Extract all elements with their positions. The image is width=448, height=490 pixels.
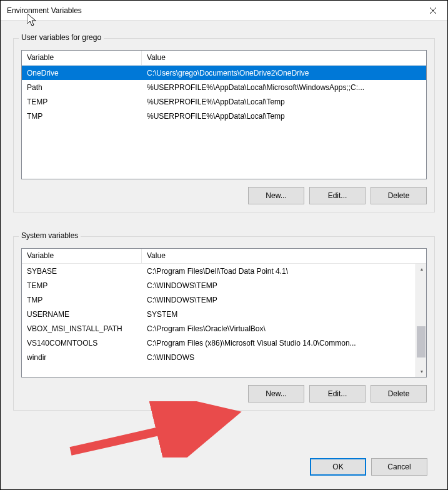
user-vars-label: User variables for grego (19, 33, 104, 42)
table-row[interactable]: SYBASEC:\Program Files\Dell\Toad Data Po… (22, 264, 426, 278)
window-title: Environment Variables (7, 6, 82, 15)
cell-value: C:\Program Files (x86)\Microsoft Visual … (142, 337, 426, 349)
table-row[interactable]: VBOX_MSI_INSTALL_PATHC:\Program Files\Or… (22, 321, 426, 336)
system-vars-group: System variables Variable Value SYBASEC:… (13, 236, 435, 411)
cell-variable: USERNAME (22, 308, 142, 321)
cell-value: C:\Program Files\Dell\Toad Data Point 4.… (142, 265, 426, 278)
user-vars-group: User variables for grego Variable Value … (13, 38, 435, 212)
close-button[interactable] (419, 1, 447, 21)
scroll-up-icon[interactable]: ▴ (416, 264, 427, 274)
table-row[interactable]: Path%USERPROFILE%\AppData\Local\Microsof… (22, 80, 426, 94)
table-row[interactable]: USERNAMESYSTEM (22, 307, 426, 321)
cell-variable: OneDrive (22, 67, 142, 79)
system-vars-buttons: New... Edit... Delete (21, 385, 427, 402)
system-edit-button[interactable]: Edit... (309, 385, 366, 402)
table-row[interactable]: TMPC:\WINDOWS\TEMP (22, 292, 426, 307)
col-header-variable[interactable]: Variable (22, 51, 142, 65)
list-header: Variable Value (22, 51, 426, 66)
user-edit-button[interactable]: Edit... (309, 187, 366, 204)
cell-variable: TMP (22, 294, 142, 306)
user-new-button[interactable]: New... (248, 187, 304, 204)
system-delete-button[interactable]: Delete (371, 385, 427, 402)
titlebar: Environment Variables (1, 1, 447, 21)
user-vars-buttons: New... Edit... Delete (21, 187, 427, 204)
ok-button[interactable]: OK (310, 458, 366, 476)
cell-variable: TEMP (22, 279, 142, 292)
scrollbar[interactable]: ▴ ▾ (416, 264, 426, 377)
cell-value: C:\Program Files\Oracle\VirtualBox\ (142, 322, 426, 335)
scrollbar-thumb[interactable] (417, 326, 426, 358)
user-vars-list[interactable]: Variable Value OneDriveC:\Users\grego\Do… (21, 50, 427, 179)
cell-value: %USERPROFILE%\AppData\Local\Temp (142, 110, 426, 122)
user-delete-button[interactable]: Delete (371, 187, 427, 204)
system-vars-list[interactable]: Variable Value SYBASEC:\Program Files\De… (21, 248, 427, 378)
user-vars-body: OneDriveC:\Users\grego\Documents\OneDriv… (22, 66, 426, 123)
cell-variable: windir (22, 351, 142, 364)
close-icon (430, 8, 436, 14)
col-header-value[interactable]: Value (142, 249, 426, 263)
cell-variable: Path (22, 81, 142, 94)
env-vars-dialog: Environment Variables User variables for… (0, 0, 448, 490)
dialog-content: User variables for grego Variable Value … (1, 21, 447, 489)
col-header-value[interactable]: Value (142, 51, 426, 65)
list-header: Variable Value (22, 249, 426, 264)
cell-value: C:\WINDOWS\TEMP (142, 279, 426, 292)
table-row[interactable]: VS140COMNTOOLSC:\Program Files (x86)\Mic… (22, 336, 426, 350)
table-row[interactable]: OneDriveC:\Users\grego\Documents\OneDriv… (22, 66, 426, 80)
scroll-down-icon[interactable]: ▾ (416, 366, 427, 377)
col-header-variable[interactable]: Variable (22, 249, 142, 263)
cell-variable: SYBASE (22, 265, 142, 278)
cell-value: C:\WINDOWS (142, 351, 426, 364)
cancel-button[interactable]: Cancel (371, 458, 427, 476)
cell-variable: TMP (22, 110, 142, 122)
cell-value: SYSTEM (142, 308, 426, 321)
table-row[interactable]: TEMP%USERPROFILE%\AppData\Local\Temp (22, 94, 426, 109)
cell-variable: VBOX_MSI_INSTALL_PATH (22, 322, 142, 335)
cell-value: C:\Users\grego\Documents\OneDrive2\OneDr… (142, 67, 426, 79)
table-row[interactable]: windirC:\WINDOWS (22, 350, 426, 364)
table-row[interactable]: TEMPC:\WINDOWS\TEMP (22, 278, 426, 292)
cell-value: C:\WINDOWS\TEMP (142, 294, 426, 306)
table-row[interactable]: TMP%USERPROFILE%\AppData\Local\Temp (22, 109, 426, 123)
system-vars-body: SYBASEC:\Program Files\Dell\Toad Data Po… (22, 264, 426, 364)
cell-value: %USERPROFILE%\AppData\Local\Temp (142, 96, 426, 108)
system-new-button[interactable]: New... (248, 385, 304, 402)
cell-value: %USERPROFILE%\AppData\Local\Microsoft\Wi… (142, 81, 426, 94)
cell-variable: VS140COMNTOOLS (22, 337, 142, 349)
dialog-buttons: OK Cancel (13, 451, 435, 478)
system-vars-label: System variables (19, 231, 81, 240)
cell-variable: TEMP (22, 96, 142, 108)
